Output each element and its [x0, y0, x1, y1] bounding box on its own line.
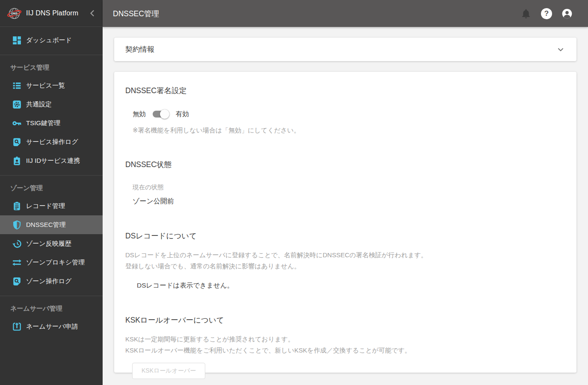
- list-icon: [12, 80, 22, 91]
- ds-record-heading: DSレコードについて: [125, 231, 565, 241]
- sidebar-item-zone-log[interactable]: ゾーン操作ログ: [0, 272, 103, 291]
- swap-icon: [12, 257, 22, 268]
- ksk-rollover-button[interactable]: KSKロールオーバー: [132, 363, 205, 379]
- sidebar-item-label: ダッシュボード: [26, 36, 72, 44]
- help-icon[interactable]: ?: [541, 8, 552, 19]
- contract-info-title: 契約情報: [125, 44, 154, 54]
- app-header: DNSSEC管理 ?: [103, 0, 588, 27]
- sidebar-item-dnssec-mgmt[interactable]: DNSSEC管理: [0, 215, 103, 234]
- settings-icon: [12, 99, 22, 110]
- signing-heading: DNSSEC署名設定: [125, 85, 565, 96]
- sidebar-section-zone: ゾーン管理: [0, 176, 103, 197]
- id-badge-icon: [12, 156, 22, 166]
- sidebar-item-label: サービス操作ログ: [26, 138, 78, 146]
- sidebar-item-service-list[interactable]: サービス一覧: [0, 76, 103, 95]
- toggle-thumb[interactable]: [160, 109, 169, 119]
- svg-text:DNS: DNS: [11, 12, 18, 15]
- key-icon: [12, 118, 22, 129]
- main-area: DNSSEC管理 ? 契約情報: [103, 0, 588, 385]
- signing-toggle-switch[interactable]: [152, 109, 169, 119]
- sidebar-item-dashboard[interactable]: ダッシュボード: [0, 31, 103, 50]
- sidebar-section-service: サービス管理: [0, 55, 103, 76]
- ksk-line1: KSKは一定期間毎に更新することが推奨されております。: [125, 334, 565, 345]
- toggle-on-label: 有効: [176, 110, 189, 119]
- dashboard-icon: [12, 35, 22, 46]
- sidebar-item-label: ゾーンプロキシ管理: [26, 259, 85, 267]
- notifications-bell-icon[interactable]: [520, 8, 532, 19]
- account-icon[interactable]: [561, 8, 573, 19]
- sidebar-item-tsig-keys[interactable]: TSIG鍵管理: [0, 114, 103, 132]
- ds-record-line1: DSレコードを上位のネームサーバに登録することで、名前解決時にDNSSECの署名…: [125, 250, 565, 261]
- ds-record-message: DSレコードは表示できません。: [125, 281, 565, 290]
- sidebar-item-label: IIJ IDサービス連携: [26, 157, 80, 165]
- signing-toggle-row: 無効 有効: [125, 109, 565, 119]
- ds-record-description: DSレコードを上位のネームサーバに登録することで、名前解決時にDNSSECの署名…: [125, 250, 565, 272]
- shield-icon: [12, 220, 22, 230]
- page-content: 契約情報 DNSSEC署名設定 無効 有効 ※署名機能を利用しない場合は「無効」…: [103, 27, 588, 385]
- sidebar-collapse-icon[interactable]: [87, 8, 98, 18]
- sidebar-item-label: サービス一覧: [26, 82, 65, 90]
- sidebar-item-nameserver-request[interactable]: ネームサーバ申請: [0, 317, 103, 336]
- sidebar-item-record-mgmt[interactable]: レコード管理: [0, 197, 103, 215]
- app-title: IIJ DNS Platform: [26, 9, 87, 17]
- sidebar-item-label: レコード管理: [26, 202, 65, 210]
- dns-globe-logo: DNS: [6, 6, 22, 21]
- log-search-icon: [12, 137, 22, 147]
- page-title: DNSSEC管理: [113, 9, 520, 19]
- dnssec-panel: DNSSEC署名設定 無効 有効 ※署名機能を利用しない場合は「無効」にしてくだ…: [114, 72, 576, 373]
- history-icon: [12, 238, 22, 249]
- ds-record-line2: 登録しない場合でも、通常の名前解決に影響はありません。: [125, 261, 565, 272]
- sidebar-item-label: ゾーン操作ログ: [26, 277, 71, 285]
- ksk-description: KSKは一定期間毎に更新することが推奨されております。 KSKロールオーバー機能…: [125, 334, 565, 356]
- sidebar-item-label: ゾーン反映履歴: [26, 240, 71, 248]
- ksk-heading: KSKロールオーバーについて: [125, 315, 565, 325]
- sidebar: DNS IIJ DNS Platform ダッシュボード サービス管理 サービス…: [0, 0, 103, 385]
- header-actions: ?: [520, 8, 573, 19]
- contract-info-panel[interactable]: 契約情報: [114, 38, 576, 61]
- status-heading: DNSSEC状態: [125, 159, 565, 170]
- sidebar-item-service-log[interactable]: サービス操作ログ: [0, 132, 103, 151]
- sidebar-item-label: DNSSEC管理: [26, 221, 66, 229]
- toggle-off-label: 無効: [133, 110, 146, 119]
- signing-note: ※署名機能を利用しない場合は「無効」にしてください。: [125, 126, 565, 135]
- clipboard-icon: [12, 201, 22, 212]
- upload-box-icon: [12, 321, 22, 332]
- sidebar-item-iij-id[interactable]: IIJ IDサービス連携: [0, 151, 103, 170]
- sidebar-section-nameserver: ネームサーバ管理: [0, 296, 103, 317]
- chevron-down-icon[interactable]: [556, 45, 565, 54]
- sidebar-item-zone-proxy[interactable]: ゾーンプロキシ管理: [0, 253, 103, 272]
- sidebar-item-common-settings[interactable]: 共通設定: [0, 95, 103, 114]
- log-search-icon: [12, 276, 22, 287]
- sidebar-item-label: TSIG鍵管理: [26, 119, 60, 127]
- ksk-line2: KSKロールオーバー機能をご利用いただくことで、新しいKSKを作成／交換すること…: [125, 345, 565, 356]
- sidebar-item-label: 共通設定: [26, 100, 52, 109]
- status-value: ゾーン公開前: [125, 197, 565, 206]
- sidebar-item-zone-history[interactable]: ゾーン反映履歴: [0, 234, 103, 253]
- sidebar-header: DNS IIJ DNS Platform: [0, 0, 103, 27]
- sidebar-item-label: ネームサーバ申請: [26, 323, 78, 331]
- status-label: 現在の状態: [125, 183, 565, 191]
